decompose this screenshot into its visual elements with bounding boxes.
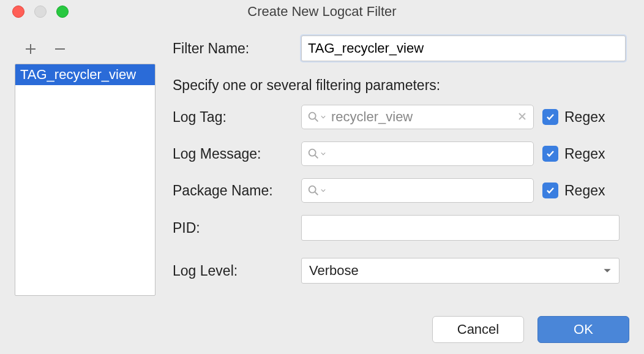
regex-label: Regex: [564, 109, 605, 126]
regex-log-tag-checkbox[interactable]: [542, 109, 558, 125]
check-icon: [545, 149, 555, 159]
regex-log-tag-group: Regex: [542, 109, 605, 126]
filter-name-row: Filter Name:: [173, 36, 629, 61]
window-controls: [0, 6, 69, 18]
log-level-select[interactable]: Verbose: [301, 258, 620, 284]
search-icon: [307, 147, 326, 160]
svg-point-0: [309, 113, 316, 119]
filter-list-item-label: TAG_recycler_view: [20, 67, 136, 82]
filter-list-item[interactable]: TAG_recycler_view: [15, 64, 155, 85]
log-message-label: Log Message:: [173, 146, 301, 162]
log-message-row: Log Message: Regex: [173, 141, 629, 166]
log-level-value: Verbose: [309, 263, 359, 279]
pid-input[interactable]: [301, 215, 620, 241]
remove-filter-button[interactable]: [51, 40, 69, 58]
pid-row: PID:: [173, 215, 629, 241]
log-message-input[interactable]: [330, 145, 528, 162]
ok-button-label: OK: [574, 322, 593, 337]
check-icon: [545, 186, 555, 195]
regex-log-message-checkbox[interactable]: [542, 146, 558, 162]
search-icon: [307, 110, 326, 124]
regex-log-message-group: Regex: [542, 146, 605, 162]
log-message-input-wrap: [301, 141, 534, 166]
svg-line-1: [315, 119, 318, 122]
log-tag-input-wrap: [301, 105, 534, 129]
chevron-down-icon: [320, 151, 326, 156]
minus-icon: [54, 43, 66, 55]
filter-name-label: Filter Name:: [173, 40, 301, 57]
log-level-label: Log Level:: [173, 263, 301, 279]
filter-name-input[interactable]: [301, 36, 626, 61]
chevron-down-icon: [320, 188, 326, 193]
check-icon: [545, 112, 555, 122]
cancel-button[interactable]: Cancel: [432, 316, 524, 343]
clear-icon[interactable]: [516, 109, 528, 125]
svg-point-4: [309, 186, 316, 193]
svg-point-2: [309, 149, 316, 156]
log-level-row: Log Level: Verbose: [173, 258, 629, 284]
filter-list-toolbar: [15, 36, 155, 64]
svg-line-3: [315, 156, 318, 159]
sidebar: TAG_recycler_view: [15, 36, 155, 296]
log-tag-input[interactable]: [330, 108, 516, 126]
package-name-row: Package Name: Regex: [173, 178, 629, 203]
filter-list[interactable]: TAG_recycler_view: [15, 64, 155, 296]
pid-label: PID:: [173, 220, 301, 236]
regex-label: Regex: [564, 146, 605, 162]
log-tag-label: Log Tag:: [173, 109, 301, 126]
chevron-down-icon: [320, 115, 326, 119]
dialog-window: Create New Logcat Filter TAG_recycler_vi…: [0, 0, 644, 354]
titlebar: Create New Logcat Filter: [0, 0, 644, 23]
section-label: Specify one or several filtering paramet…: [173, 77, 629, 94]
close-window-icon[interactable]: [12, 6, 24, 18]
zoom-window-icon[interactable]: [56, 6, 69, 18]
log-tag-row: Log Tag:: [173, 105, 629, 129]
chevron-down-icon: [603, 263, 612, 279]
dialog-footer: Cancel OK: [432, 316, 629, 343]
regex-label: Regex: [564, 183, 605, 199]
package-name-label: Package Name:: [173, 183, 301, 199]
ok-button[interactable]: OK: [537, 316, 629, 343]
regex-package-name-checkbox[interactable]: [542, 183, 558, 198]
cancel-button-label: Cancel: [457, 322, 499, 337]
dialog-body: TAG_recycler_view Filter Name: Specify o…: [0, 23, 644, 296]
regex-package-name-group: Regex: [542, 183, 605, 199]
add-filter-button[interactable]: [22, 40, 39, 58]
form: Filter Name: Specify one or several filt…: [173, 36, 629, 296]
svg-line-5: [315, 192, 318, 195]
window-title: Create New Logcat Filter: [0, 4, 644, 20]
package-name-input[interactable]: [330, 182, 528, 199]
minimize-window-icon: [34, 6, 47, 18]
package-name-input-wrap: [301, 178, 534, 203]
search-icon: [307, 184, 326, 197]
plus-icon: [24, 43, 37, 55]
